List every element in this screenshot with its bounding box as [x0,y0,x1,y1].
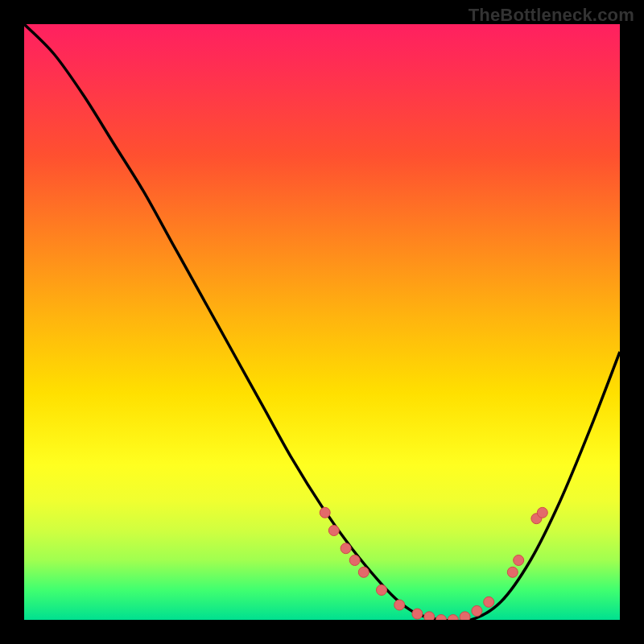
curve-marker [424,612,435,620]
curve-marker [377,585,387,596]
curve-marker [537,507,547,518]
curve-marker [349,555,360,566]
curve-marker [320,507,330,518]
curve-marker [472,605,482,616]
curve-marker [507,567,518,577]
watermark-text: TheBottleneck.com [469,5,634,26]
curve-marker [394,600,405,610]
curve-marker [436,615,447,621]
chart-container: TheBottleneck.com [0,0,644,644]
plot-area [24,24,620,620]
curve-marker [341,543,351,554]
curve-marker [514,555,524,566]
bottleneck-curve [24,24,620,620]
curve-marker [358,567,369,577]
curve-marker [412,609,423,619]
curve-marker [328,526,339,536]
curve-marker [460,612,470,620]
curve-marker [484,597,494,607]
curve-marker [448,615,458,621]
curve-markers [320,507,547,620]
curve-svg [24,24,620,620]
